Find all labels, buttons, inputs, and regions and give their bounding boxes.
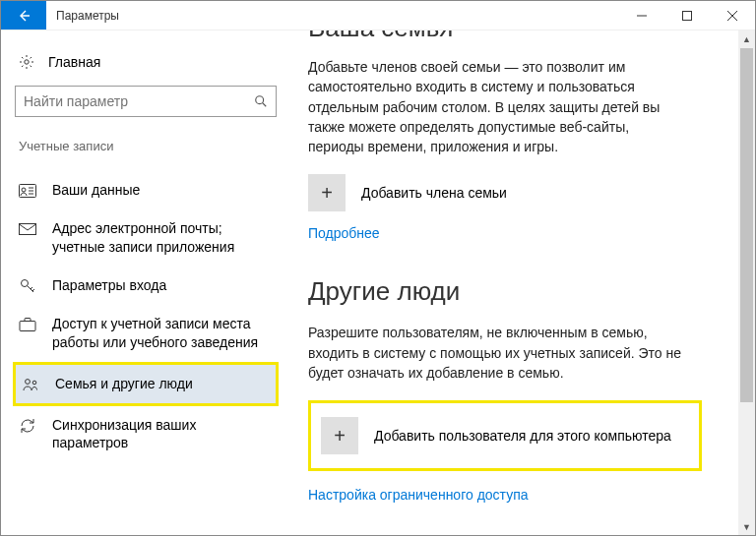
home-label: Главная	[48, 54, 100, 70]
sidebar-item-label: Доступ к учетной записи места работы или…	[52, 315, 273, 352]
id-card-icon	[19, 182, 36, 200]
scrollbar[interactable]: ▲ ▼	[738, 30, 755, 535]
close-icon	[727, 11, 737, 21]
back-button[interactable]	[1, 1, 46, 30]
window-controls	[619, 1, 755, 30]
sync-icon	[19, 417, 36, 435]
sidebar-item-email-accounts[interactable]: Адрес электронной почты; учетные записи …	[13, 209, 279, 267]
svg-point-16	[32, 381, 36, 385]
scroll-down-arrow-icon[interactable]: ▼	[738, 518, 755, 535]
svg-point-15	[26, 379, 31, 384]
svg-line-6	[263, 103, 267, 107]
plus-icon: +	[321, 417, 358, 454]
sidebar-item-your-info[interactable]: Ваши данные	[13, 171, 279, 209]
maximize-icon	[682, 11, 692, 21]
search-input[interactable]	[16, 93, 246, 109]
mail-icon	[19, 220, 36, 238]
home-nav[interactable]: Главная	[13, 50, 279, 80]
plus-icon: +	[308, 174, 346, 211]
sidebar-item-sync[interactable]: Синхронизация ваших параметров	[13, 406, 279, 463]
sidebar-item-signin-options[interactable]: Параметры входа	[13, 267, 279, 305]
add-family-label: Добавить члена семьи	[361, 185, 507, 201]
svg-point-13	[22, 279, 29, 286]
svg-point-4	[25, 60, 29, 64]
sidebar-item-label: Параметры входа	[52, 276, 166, 295]
gear-icon	[19, 54, 34, 70]
close-button[interactable]	[710, 1, 755, 30]
learn-more-link[interactable]: Подробнее	[308, 225, 380, 241]
section-body-family: Добавьте членов своей семьи — это позвол…	[308, 57, 682, 156]
sidebar-item-family[interactable]: Семья и другие люди	[13, 362, 279, 406]
people-icon	[22, 376, 39, 393]
key-icon	[19, 277, 36, 295]
section-body-others: Разрешите пользователям, не включенным в…	[308, 323, 682, 383]
sidebar-item-work-access[interactable]: Доступ к учетной записи места работы или…	[13, 305, 279, 362]
sidebar-item-label: Адрес электронной почты; учетные записи …	[52, 219, 273, 257]
svg-point-5	[256, 96, 264, 104]
briefcase-icon	[19, 316, 36, 333]
search-box[interactable]	[15, 86, 277, 117]
arrow-left-icon	[16, 8, 32, 24]
maximize-button[interactable]	[664, 1, 710, 30]
titlebar: Параметры	[1, 1, 755, 30]
sidebar-group-title: Учетные записи	[13, 135, 279, 171]
window-title: Параметры	[46, 1, 619, 30]
section-heading-family: Ваша семья	[308, 30, 733, 43]
add-family-member-button[interactable]: + Добавить члена семьи	[308, 174, 733, 211]
minimize-icon	[637, 11, 647, 21]
add-other-user-label: Добавить пользователя для этого компьюте…	[374, 428, 671, 444]
svg-point-8	[22, 188, 26, 192]
kiosk-link[interactable]: Настройка ограниченного доступа	[308, 487, 529, 503]
sidebar: Главная Учетные записи Ваши данные Адрес…	[1, 30, 290, 535]
scrollbar-thumb[interactable]	[740, 48, 753, 402]
add-other-user-button[interactable]: + Добавить пользователя для этого компью…	[308, 400, 702, 471]
section-heading-others: Другие люди	[308, 276, 733, 307]
sidebar-item-label: Ваши данные	[52, 181, 140, 200]
main-panel: Ваша семья Добавьте членов своей семьи —…	[290, 30, 755, 535]
svg-rect-1	[683, 11, 692, 20]
scroll-up-arrow-icon[interactable]: ▲	[738, 30, 755, 47]
sidebar-item-label: Синхронизация ваших параметров	[52, 416, 273, 453]
svg-rect-14	[20, 321, 35, 330]
minimize-button[interactable]	[619, 1, 664, 30]
sidebar-item-label: Семья и другие люди	[55, 375, 193, 393]
svg-rect-12	[20, 224, 36, 235]
search-icon	[246, 94, 276, 108]
